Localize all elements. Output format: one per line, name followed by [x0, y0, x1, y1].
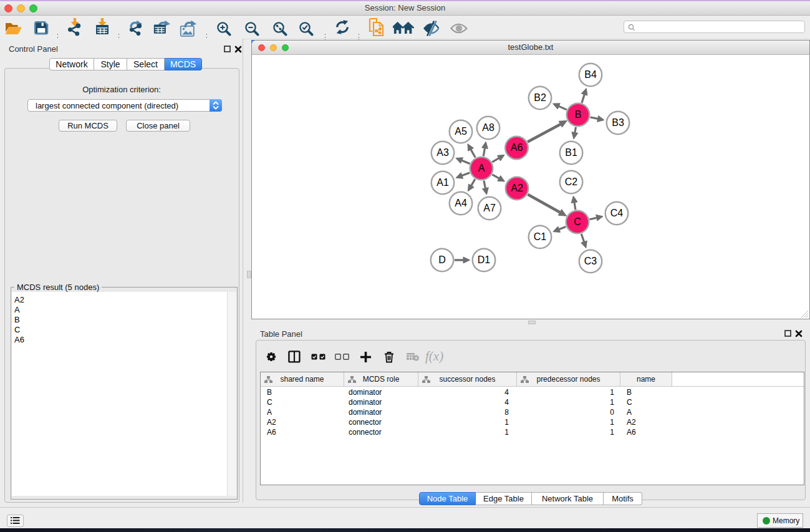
svg-text:A8: A8 [482, 122, 494, 133]
svg-text:C1: C1 [534, 231, 547, 242]
svg-text:A7: A7 [483, 203, 496, 213]
svg-text:A5: A5 [455, 126, 467, 137]
svg-text:A1: A1 [436, 177, 449, 188]
svg-text:B4: B4 [584, 69, 597, 80]
svg-text:A: A [478, 163, 485, 173]
svg-text:A3: A3 [436, 147, 449, 158]
svg-text:B: B [575, 109, 582, 120]
svg-text:A6: A6 [511, 142, 523, 153]
svg-text:A4: A4 [455, 198, 467, 208]
svg-text:B2: B2 [534, 92, 546, 103]
svg-text:B3: B3 [612, 117, 624, 128]
svg-text:D: D [438, 254, 446, 265]
svg-text:C: C [574, 216, 581, 227]
svg-text:D1: D1 [478, 254, 491, 265]
svg-text:C3: C3 [584, 256, 597, 266]
svg-text:B1: B1 [565, 147, 577, 158]
svg-text:A2: A2 [511, 183, 523, 193]
svg-text:C2: C2 [565, 177, 578, 187]
svg-text:C4: C4 [610, 208, 624, 218]
